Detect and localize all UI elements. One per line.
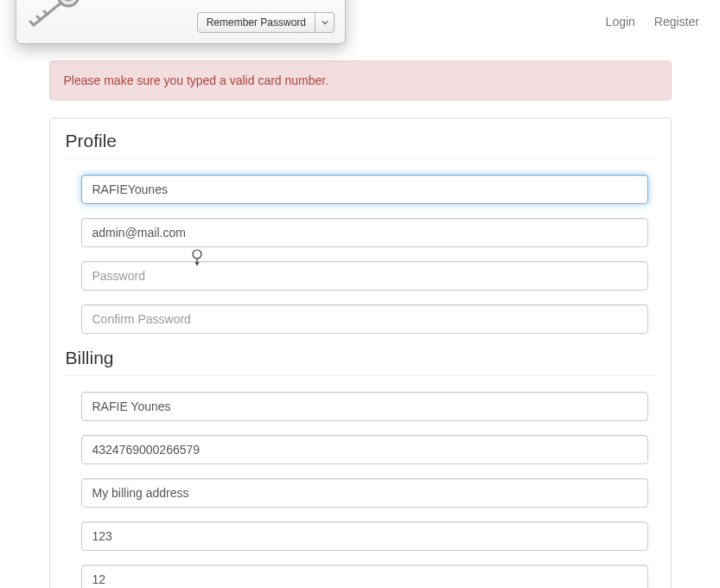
chevron-down-icon (322, 19, 328, 26)
profile-name-input[interactable] (81, 175, 648, 204)
error-alert: Please make sure you typed a valid card … (49, 61, 672, 100)
billing-address-input[interactable] (81, 478, 648, 508)
billing-heading: Billing (66, 348, 655, 376)
billing-name-input[interactable] (81, 392, 648, 421)
profile-password-input[interactable] (81, 261, 648, 291)
billing-card-input[interactable] (81, 435, 648, 464)
error-alert-text: Please make sure you typed a valid card … (64, 74, 329, 87)
billing-month-input[interactable] (81, 565, 648, 588)
billing-cvv-input[interactable] (81, 521, 648, 551)
remember-password-button[interactable]: Remember Password (197, 12, 315, 33)
key-icon (27, 0, 86, 30)
register-link[interactable]: Register (654, 15, 699, 29)
password-save-prompt: "admin@mail.com" on vaprobash.dev? Remem… (16, 0, 346, 44)
profile-email-input[interactable] (81, 218, 648, 247)
form-panel: Profile Billing (49, 118, 672, 588)
remember-password-dropdown[interactable] (315, 12, 335, 33)
profile-confirm-password-input[interactable] (81, 304, 648, 334)
profile-heading: Profile (66, 131, 655, 159)
login-link[interactable]: Login (606, 15, 635, 29)
